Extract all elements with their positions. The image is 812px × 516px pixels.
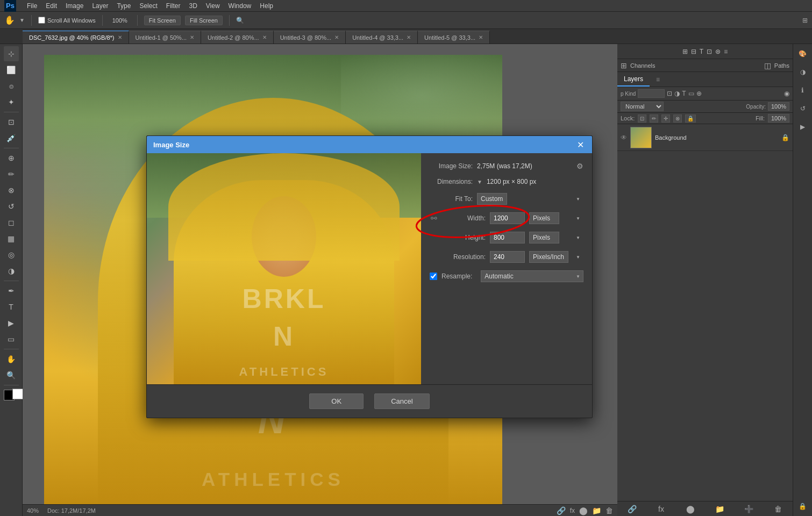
- create-group-button[interactable]: 📁: [713, 503, 726, 515]
- color-panel-btn[interactable]: 🎨: [795, 46, 810, 61]
- layer-visibility-icon[interactable]: 👁: [621, 134, 627, 141]
- width-input[interactable]: [490, 212, 525, 224]
- arrange-icon[interactable]: ⊞: [802, 17, 808, 24]
- scroll-all-input[interactable]: [38, 17, 45, 24]
- tab-5[interactable]: Untitled-5 @ 33,3... ✕: [418, 31, 490, 44]
- lasso-tool[interactable]: ⌾: [4, 78, 19, 94]
- layer-row-bg[interactable]: 👁 Background 🔒: [617, 124, 793, 151]
- folder-icon[interactable]: 📁: [592, 506, 601, 515]
- pen-tool[interactable]: ✒: [4, 283, 19, 298]
- add-style-button[interactable]: fx: [654, 503, 667, 515]
- paths-panel-icon[interactable]: ◫: [764, 61, 771, 70]
- dodge-tool[interactable]: ◑: [4, 263, 19, 278]
- menu-file[interactable]: File: [27, 2, 37, 10]
- type-tool[interactable]: T: [4, 299, 19, 314]
- filter-type-icon[interactable]: T: [682, 90, 686, 97]
- mask-icon[interactable]: ⬤: [579, 506, 588, 515]
- channels-icon-2[interactable]: ⊟: [691, 48, 696, 55]
- trash-icon[interactable]: 🗑: [606, 506, 613, 515]
- filter-adj-icon[interactable]: ◑: [674, 90, 680, 97]
- blur-tool[interactable]: ◎: [4, 247, 19, 262]
- fill-input[interactable]: [768, 114, 789, 123]
- menu-layer[interactable]: Layer: [92, 2, 108, 10]
- eraser-tool[interactable]: ◻: [4, 215, 19, 230]
- hand-tool[interactable]: ✋: [4, 352, 19, 367]
- actions-panel-btn[interactable]: ▶: [795, 119, 810, 134]
- tab-close-1[interactable]: ✕: [190, 34, 194, 40]
- adjust-panel-btn[interactable]: ◑: [795, 64, 810, 80]
- resample-select[interactable]: AutomaticPreserve DetailsBicubic Smoothe…: [481, 270, 583, 282]
- add-link-button[interactable]: 🔗: [625, 503, 638, 515]
- tab-0[interactable]: DSC_7632.jpg @ 40% (RGB/8*) ✕: [23, 31, 129, 44]
- clone-stamp-tool[interactable]: ⊗: [4, 183, 19, 198]
- paths-label[interactable]: Paths: [774, 62, 789, 69]
- gear-icon[interactable]: ⚙: [576, 162, 583, 170]
- brush-tool[interactable]: ✏: [4, 167, 19, 182]
- cancel-button[interactable]: Cancel: [374, 393, 429, 409]
- magic-wand-tool[interactable]: ✦: [4, 95, 19, 110]
- dimensions-chevron-icon[interactable]: ▼: [477, 179, 482, 185]
- fit-screen-button[interactable]: Fit Screen: [144, 16, 181, 25]
- tab-close-3[interactable]: ✕: [334, 34, 339, 40]
- fit-to-select[interactable]: Custom: [477, 193, 507, 205]
- layers-tab[interactable]: Layers: [617, 72, 650, 87]
- scroll-all-checkbox[interactable]: Scroll All Windows: [38, 17, 96, 24]
- channels-panel-icon[interactable]: ⊞: [621, 61, 627, 70]
- create-layer-button[interactable]: ➕: [742, 503, 755, 515]
- info-panel-btn[interactable]: ℹ: [795, 83, 810, 98]
- crop-tool[interactable]: ⊡: [4, 114, 19, 130]
- menu-type[interactable]: Type: [117, 2, 131, 10]
- tab-close-5[interactable]: ✕: [479, 34, 483, 40]
- resolution-unit-select[interactable]: Pixels/InchPixels/cm: [529, 251, 568, 263]
- resolution-input[interactable]: [490, 251, 525, 263]
- lock-all-btn[interactable]: 🔒: [685, 114, 696, 123]
- lock-position-btn[interactable]: ✛: [661, 114, 670, 123]
- filter-shape-icon[interactable]: ▭: [688, 90, 694, 97]
- search-icon[interactable]: 🔍: [236, 17, 244, 24]
- blend-mode-select[interactable]: Normal: [621, 102, 664, 111]
- fill-screen-button[interactable]: Fill Screen: [185, 16, 223, 25]
- path-select-tool[interactable]: ▶: [4, 316, 19, 331]
- menu-edit[interactable]: Edit: [46, 2, 57, 10]
- shape-tool[interactable]: ▭: [4, 332, 19, 347]
- link-icon-status[interactable]: 🔗: [557, 506, 566, 515]
- move-tool[interactable]: ⊹: [4, 46, 19, 61]
- opacity-input[interactable]: [768, 102, 789, 111]
- filter-toggle[interactable]: ◉: [784, 90, 789, 97]
- menu-window[interactable]: Window: [229, 2, 252, 10]
- fx-icon[interactable]: fx: [570, 507, 575, 514]
- height-input[interactable]: [490, 232, 525, 243]
- filter-smart-icon[interactable]: ⊕: [696, 90, 702, 97]
- channels-label[interactable]: Channels: [630, 62, 655, 69]
- filter-pixel-icon[interactable]: ⊡: [667, 90, 672, 97]
- delete-layer-button[interactable]: 🗑: [772, 503, 785, 515]
- menu-select[interactable]: Select: [139, 2, 157, 10]
- height-unit-select[interactable]: PixelsPercentInchescmmmPointsPicas: [529, 232, 559, 243]
- tab-3[interactable]: Untitled-3 @ 80%... ✕: [274, 31, 346, 44]
- history-brush-tool[interactable]: ↺: [4, 199, 19, 214]
- hand-tool-icon[interactable]: ✋: [4, 15, 15, 25]
- channels-grid-icon[interactable]: ⊞: [682, 48, 688, 55]
- add-mask-button[interactable]: ⬤: [684, 503, 697, 515]
- eyedropper-tool[interactable]: 💉: [4, 131, 19, 146]
- background-color[interactable]: [12, 389, 23, 399]
- menu-filter[interactable]: Filter: [166, 2, 181, 10]
- lock-pixel-btn[interactable]: ✏: [650, 114, 658, 123]
- menu-view[interactable]: View: [206, 2, 220, 10]
- channels-more-icon[interactable]: ≡: [724, 48, 728, 55]
- marquee-tool[interactable]: ⬜: [4, 62, 19, 77]
- tab-4[interactable]: Untitled-4 @ 33,3... ✕: [346, 31, 418, 44]
- tab-close-2[interactable]: ✕: [262, 34, 267, 40]
- tab-close-0[interactable]: ✕: [118, 34, 122, 40]
- width-unit-select[interactable]: PixelsPercentInchescmmmPointsPicas: [529, 212, 559, 224]
- dialog-close-button[interactable]: ✕: [575, 139, 586, 150]
- history-panel-btn[interactable]: ↺: [795, 101, 810, 116]
- healing-brush-tool[interactable]: ⊕: [4, 150, 19, 166]
- lock-artboard-btn[interactable]: ⊗: [673, 114, 682, 123]
- channels-icon-5[interactable]: ⊛: [715, 48, 721, 55]
- tab-close-4[interactable]: ✕: [407, 34, 411, 40]
- ok-button[interactable]: OK: [309, 393, 364, 409]
- channels-icon-4[interactable]: ⊡: [707, 48, 712, 55]
- resample-checkbox[interactable]: [430, 273, 437, 280]
- channels-icon-3[interactable]: T: [700, 48, 703, 55]
